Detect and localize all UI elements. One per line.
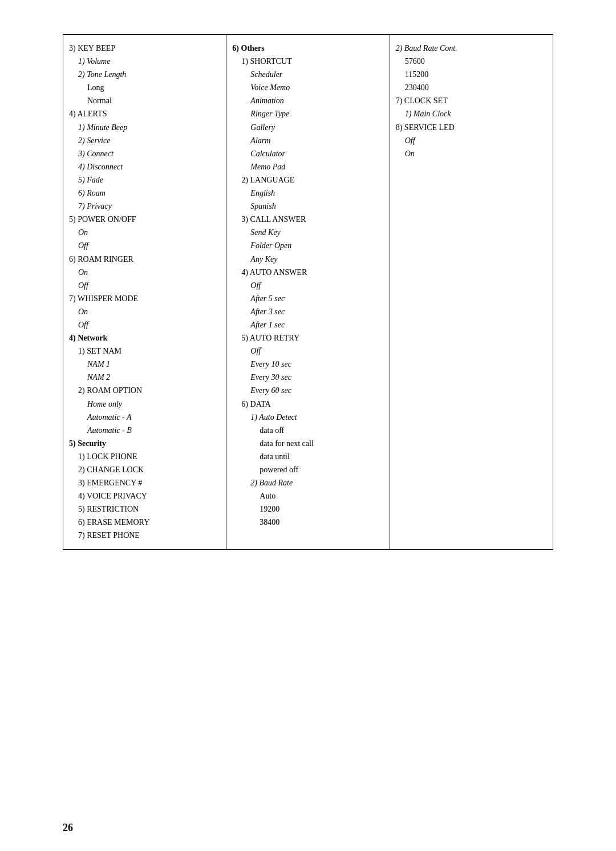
line: 19200 [232, 503, 383, 516]
line: 3) CALL ANSWER [232, 213, 383, 226]
line: Off [69, 318, 220, 331]
line: Automatic - A [69, 411, 220, 424]
line: 1) Volume [69, 55, 220, 68]
line: 6) ERASE MEMORY [69, 516, 220, 529]
line: 3) Connect [69, 147, 220, 160]
line: data until [232, 450, 383, 463]
line: Voice Memo [232, 81, 383, 94]
line: On [69, 226, 220, 239]
line: 2) Service [69, 134, 220, 147]
line: powered off [232, 463, 383, 476]
page: 3) KEY BEEP 1) Volume 2) Tone Length Lon… [0, 0, 616, 851]
line: Normal [69, 94, 220, 107]
line: 5) AUTO RETRY [232, 331, 383, 345]
line: 7) RESET PHONE [69, 529, 220, 542]
line: 1) Minute Beep [69, 121, 220, 134]
line: 6) Roam [69, 187, 220, 200]
line: 6) ROAM RINGER [69, 253, 220, 266]
column-3: 2) Baud Rate Cont. 57600 115200 230400 7… [390, 35, 553, 549]
line: 115200 [396, 68, 547, 81]
line: 7) WHISPER MODE [69, 292, 220, 305]
line: Spanish [232, 200, 383, 213]
line: 7) Privacy [69, 200, 220, 213]
line: Animation [232, 94, 383, 107]
line: Every 30 sec [232, 371, 383, 384]
line: NAM 1 [69, 358, 220, 371]
line: 2) CHANGE LOCK [69, 463, 220, 476]
line: Folder Open [232, 239, 383, 252]
line: 2) Baud Rate Cont. [396, 42, 547, 55]
line: 2) Baud Rate [232, 476, 383, 489]
line: 4) Network [69, 331, 220, 345]
line: data off [232, 424, 383, 437]
line: 2) ROAM OPTION [69, 384, 220, 397]
line: 5) RESTRICTION [69, 503, 220, 516]
line: Calculator [232, 147, 383, 160]
line: 7) CLOCK SET [396, 94, 547, 107]
line: 8) SERVICE LED [396, 121, 547, 134]
line: Gallery [232, 121, 383, 134]
line: Alarm [232, 134, 383, 147]
line: Send Key [232, 226, 383, 239]
line: After 1 sec [232, 318, 383, 331]
line: Memo Pad [232, 160, 383, 173]
line: Off [69, 279, 220, 292]
line: 1) Auto Detect [232, 411, 383, 424]
line: Off [232, 345, 383, 358]
line: Scheduler [232, 68, 383, 81]
line: Any Key [232, 253, 383, 266]
column-2: 6) Others 1) SHORTCUT Scheduler Voice Me… [226, 35, 390, 549]
line: After 5 sec [232, 292, 383, 305]
line: After 3 sec [232, 305, 383, 318]
line: 1) LOCK PHONE [69, 450, 220, 463]
line: Every 60 sec [232, 384, 383, 397]
line: 1) SET NAM [69, 345, 220, 358]
line: 1) SHORTCUT [232, 55, 383, 68]
line: 4) AUTO ANSWER [232, 266, 383, 279]
line: 5) Fade [69, 173, 220, 187]
page-number: 26 [63, 822, 73, 834]
line: 38400 [232, 516, 383, 529]
line: On [69, 305, 220, 318]
line: 4) VOICE PRIVACY [69, 489, 220, 503]
line: NAM 2 [69, 371, 220, 384]
line: 2) Tone Length [69, 68, 220, 81]
line: 6) Others [232, 42, 383, 55]
line: 230400 [396, 81, 547, 94]
line: English [232, 187, 383, 200]
line: Long [69, 81, 220, 94]
line: Auto [232, 489, 383, 503]
line: 6) DATA [232, 398, 383, 411]
line: 5) Security [69, 437, 220, 450]
line: 5) POWER ON/OFF [69, 213, 220, 226]
line: Every 10 sec [232, 358, 383, 371]
line: On [396, 147, 547, 160]
line: 4) Disconnect [69, 160, 220, 173]
line: 3) KEY BEEP [69, 42, 220, 55]
line: Ringer Type [232, 107, 383, 120]
line: Off [232, 279, 383, 292]
column-1: 3) KEY BEEP 1) Volume 2) Tone Length Lon… [63, 35, 226, 549]
line: 2) LANGUAGE [232, 173, 383, 187]
line: On [69, 266, 220, 279]
line: 1) Main Clock [396, 107, 547, 120]
line: Off [69, 239, 220, 252]
line: data for next call [232, 437, 383, 450]
line: 57600 [396, 55, 547, 68]
line: 3) EMERGENCY # [69, 476, 220, 489]
line: Automatic - B [69, 424, 220, 437]
line: Off [396, 134, 547, 147]
line: 4) ALERTS [69, 107, 220, 120]
content-table: 3) KEY BEEP 1) Volume 2) Tone Length Lon… [63, 34, 553, 550]
line: Home only [69, 398, 220, 411]
